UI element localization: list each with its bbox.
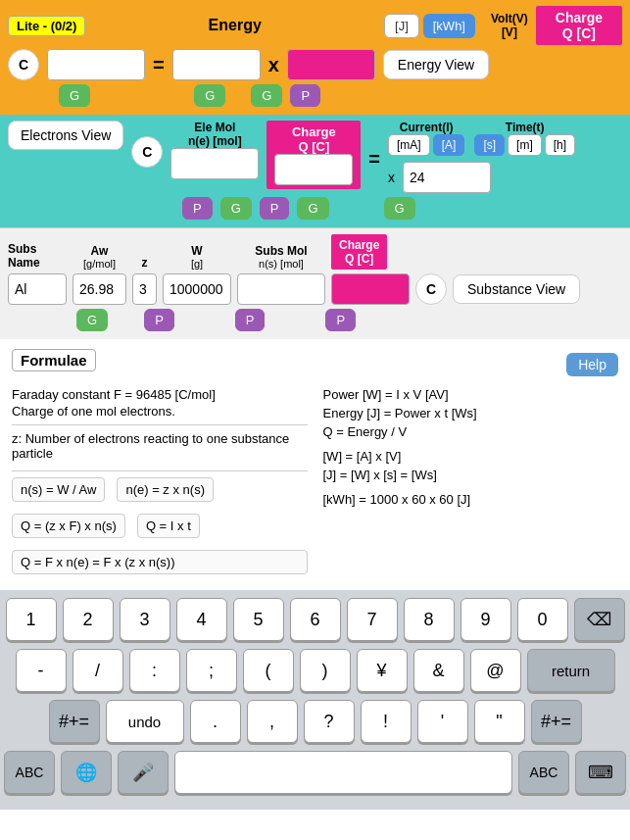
key-rparen[interactable]: ) xyxy=(300,649,351,692)
electrons-g-btn-3[interactable]: G xyxy=(384,197,415,220)
substance-p-btn-3[interactable]: P xyxy=(325,309,356,331)
key-3[interactable]: 3 xyxy=(120,598,170,641)
key-yen[interactable]: ¥ xyxy=(357,649,408,692)
substance-mol-input[interactable] xyxy=(237,273,325,305)
keyboard: 1 2 3 4 5 6 7 8 9 0 ⌫ - / : ; ( ) ¥ & @ … xyxy=(0,590,630,810)
tab-s[interactable]: [s] xyxy=(474,134,505,156)
key-colon[interactable]: : xyxy=(129,649,180,692)
tab-a[interactable]: [A] xyxy=(433,134,465,156)
key-lparen[interactable]: ( xyxy=(243,649,294,692)
key-question[interactable]: ? xyxy=(304,700,355,743)
key-semicolon[interactable]: ; xyxy=(186,649,237,692)
tab-ma[interactable]: [mA] xyxy=(388,134,430,156)
electrons-p-btn[interactable]: P xyxy=(182,197,213,220)
key-at[interactable]: @ xyxy=(470,649,521,692)
key-5[interactable]: 5 xyxy=(233,598,284,641)
substance-aw-input[interactable] xyxy=(73,273,126,305)
key-8[interactable]: 8 xyxy=(404,598,455,641)
key-2[interactable]: 2 xyxy=(63,598,114,641)
key-amp[interactable]: & xyxy=(413,649,464,692)
formulae-section: Formulae Help Faraday constant F = 96485… xyxy=(0,339,630,590)
substance-w-input[interactable] xyxy=(163,273,231,305)
substance-charge-input[interactable] xyxy=(331,273,410,305)
energy-tab-group: [J] [kWh] xyxy=(384,14,475,38)
key-1[interactable]: 1 xyxy=(6,598,57,641)
electrons-charge-input[interactable] xyxy=(274,154,353,185)
electrons-g-btn-2[interactable]: G xyxy=(297,197,328,220)
key-6[interactable]: 6 xyxy=(290,598,341,641)
substance-z-input[interactable] xyxy=(132,273,157,305)
energy-tab-kwh[interactable]: [kWh] xyxy=(423,14,475,38)
key-comma[interactable]: , xyxy=(247,700,298,743)
substance-name-input[interactable] xyxy=(8,273,67,305)
time-col: Time(t) [s] [m] [h] xyxy=(474,121,575,156)
key-abc-right[interactable]: ABC xyxy=(518,751,569,794)
key-7[interactable]: 7 xyxy=(347,598,398,641)
energy-charge-input[interactable] xyxy=(287,49,375,80)
ele-mol-input[interactable] xyxy=(170,148,259,179)
power-line: Power [W] = I x V [AV] xyxy=(323,387,619,402)
key-9[interactable]: 9 xyxy=(460,598,511,641)
electrons-c-button[interactable]: C xyxy=(131,136,163,168)
tab-h[interactable]: [h] xyxy=(545,134,575,156)
key-apos[interactable]: ' xyxy=(417,700,468,743)
energy-view-button[interactable]: Energy View xyxy=(383,50,489,79)
energy-j-input[interactable] xyxy=(47,49,145,80)
electrons-gp-row: P G P G G xyxy=(8,197,622,220)
substance-c-button[interactable]: C xyxy=(415,273,447,305)
substance-p-btn-2[interactable]: P xyxy=(235,309,266,331)
time-label: Time(t) xyxy=(474,121,575,134)
z-description: z: Number of electrons reacting to one s… xyxy=(12,431,308,461)
electrons-g-btn-1[interactable]: G xyxy=(220,197,252,220)
energy-g-btn-1[interactable]: G xyxy=(59,84,90,107)
electrons-charge-unit: Q [C] xyxy=(274,139,353,154)
energy-p-btn-1[interactable]: P xyxy=(290,84,320,107)
electrons-view-button[interactable]: Electrons View xyxy=(8,121,123,150)
substance-g-btn-1[interactable]: G xyxy=(76,309,108,331)
key-globe[interactable]: 🌐 xyxy=(61,751,112,794)
energy-equals: = xyxy=(153,54,165,76)
energy-volt-input[interactable] xyxy=(172,49,261,80)
faraday-line: Faraday constant F = 96485 [C/mol] xyxy=(12,387,308,402)
key-keyboard-icon[interactable]: ⌨ xyxy=(575,751,626,794)
w-line: [W] = [A] x [V] xyxy=(323,449,619,464)
key-4[interactable]: 4 xyxy=(176,598,227,641)
key-quote[interactable]: " xyxy=(474,700,525,743)
key-backspace[interactable]: ⌫ xyxy=(574,598,625,641)
formulae-left: Faraday constant F = 96485 [C/mol] Charg… xyxy=(12,387,308,580)
electrons-p-btn-2[interactable]: P xyxy=(260,197,290,220)
energy-g-btn-3[interactable]: G xyxy=(251,84,282,107)
key-space[interactable] xyxy=(174,751,512,794)
key-symbol-left[interactable]: #+= xyxy=(49,700,100,743)
q-energy-line: Q = Energy / V xyxy=(323,424,619,439)
help-button[interactable]: Help xyxy=(566,353,618,376)
electrons-time-input[interactable] xyxy=(403,162,491,193)
key-mic[interactable]: 🎤 xyxy=(118,751,169,794)
key-abc-left[interactable]: ABC xyxy=(4,751,55,794)
key-return[interactable]: return xyxy=(527,649,615,692)
energy-title: Energy xyxy=(85,17,384,34)
electrons-charge-label: Charge xyxy=(274,124,353,139)
energy-g-btn-2[interactable]: G xyxy=(194,84,225,107)
electrons-equals: = xyxy=(368,148,380,171)
substance-p-btn-1[interactable]: P xyxy=(144,309,174,331)
energy-c-button[interactable]: C xyxy=(8,49,39,80)
key-undo[interactable]: undo xyxy=(106,700,184,743)
substance-view-button[interactable]: Substance View xyxy=(453,274,580,304)
key-exclaim[interactable]: ! xyxy=(361,700,412,743)
key-slash[interactable]: / xyxy=(73,649,123,692)
keyboard-row-bottom: ABC 🌐 🎤 ABC ⌨ xyxy=(4,751,626,794)
electrons-section: Electrons View C Ele Mol n(e) [mol] Char… xyxy=(0,115,630,227)
ele-mol-label: Ele Mol xyxy=(170,121,259,134)
tab-m[interactable]: [m] xyxy=(508,134,542,156)
key-period[interactable]: . xyxy=(190,700,241,743)
formula-ne: n(e) = z x n(s) xyxy=(117,477,214,502)
formulae-title: Formulae xyxy=(12,349,96,371)
energy-section: Lite - (0/2) Energy [J] [kWh] Volt(V) [V… xyxy=(0,0,630,115)
key-minus[interactable]: - xyxy=(16,649,67,692)
energy-tab-j[interactable]: [J] xyxy=(384,14,419,38)
key-symbol-right[interactable]: #+= xyxy=(531,700,582,743)
volt-unit: [V] xyxy=(491,25,528,39)
formulas-row2: Q = (z x F) x n(s) Q = I x t xyxy=(12,514,308,544)
key-0[interactable]: 0 xyxy=(517,598,568,641)
